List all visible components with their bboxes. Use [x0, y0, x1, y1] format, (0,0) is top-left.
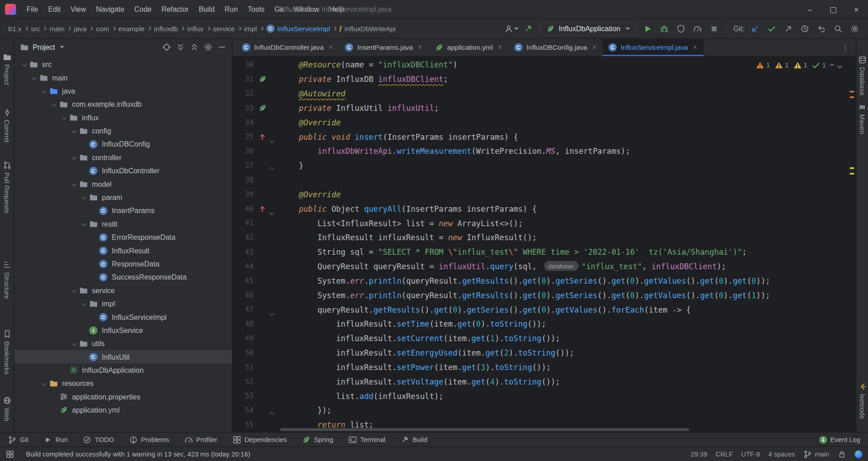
error-stripe-mark[interactable]	[850, 167, 854, 169]
fold-marker-icon[interactable]	[270, 409, 274, 418]
menu-file[interactable]: File	[22, 3, 43, 15]
ide-indicator-icon[interactable]	[855, 450, 863, 458]
tab-influxdbcontroller-java[interactable]: CInfluxDbController.java×	[236, 39, 339, 56]
line-number[interactable]: 31	[232, 72, 254, 86]
tab-list-more-icon[interactable]: ⋮	[835, 39, 856, 56]
run-with-coverage-button[interactable]	[673, 21, 689, 36]
gutter[interactable]: 52	[232, 375, 280, 389]
tree-item-src[interactable]: src	[14, 57, 232, 71]
code-line[interactable]: 33 private InfluxUtil influxUtil;	[232, 101, 848, 115]
menu-view[interactable]: View	[66, 3, 91, 15]
editor[interactable]: 30 @Resource(name = "influxDBClient")31 …	[232, 57, 856, 432]
gutter[interactable]: 32	[232, 86, 280, 101]
gutter[interactable]: 41	[232, 216, 280, 231]
tree-item-insertparams[interactable]: CInsertParams	[14, 204, 232, 217]
tab-insertparams-java[interactable]: CInsertParams.java×	[339, 39, 429, 56]
tree-chevron-icon[interactable]	[40, 382, 49, 385]
menu-build[interactable]: Build	[193, 3, 219, 15]
code-line[interactable]: 39 @Override	[232, 187, 848, 202]
toolwindow-button-pull-requests[interactable]: Pull Requests	[0, 161, 14, 213]
toolwindow-button-terminal[interactable]: Terminal	[348, 435, 385, 444]
line-number[interactable]: 33	[232, 101, 254, 115]
overrides-icon[interactable]	[258, 133, 267, 143]
horizontal-scrollbar[interactable]	[280, 427, 848, 432]
code-with-me-button[interactable]	[504, 21, 519, 36]
toolwindow-button-run[interactable]: Run	[43, 435, 68, 444]
gutter[interactable]: 53	[232, 389, 280, 404]
line-number[interactable]: 49	[232, 331, 254, 346]
breadcrumb-item-example[interactable]: example	[116, 24, 147, 33]
gutter[interactable]: 46	[232, 288, 280, 303]
profiler-button[interactable]	[689, 21, 705, 36]
menu-refactor[interactable]: Refactor	[156, 3, 193, 15]
toolwindow-button-database[interactable]: Database	[856, 55, 868, 95]
update-project-button[interactable]	[747, 21, 763, 36]
code-line[interactable]: 32 @Autowired	[232, 86, 848, 101]
inspection-warning-yellow[interactable]: 1	[793, 61, 807, 70]
line-number[interactable]: 51	[232, 360, 254, 375]
search-everywhere-button[interactable]	[830, 21, 846, 36]
tree-item-model[interactable]: model	[14, 177, 232, 190]
inlay-hint[interactable]: database:	[544, 261, 579, 271]
gutter[interactable]: 55	[232, 418, 280, 432]
breadcrumb-item-b1-x[interactable]: b1.x	[5, 24, 24, 33]
line-number[interactable]: 39	[232, 187, 254, 202]
toolwindow-button-build[interactable]: Build	[401, 435, 428, 444]
tab-close-icon[interactable]: ×	[592, 43, 596, 52]
code-line[interactable]: 41 List<InfluxResult> list = new ArrayLi…	[232, 216, 848, 231]
tree-item-com-example-influxdb[interactable]: com.example.influxdb	[14, 98, 232, 111]
toolwindow-button-commit[interactable]: Commit	[0, 108, 14, 143]
breadcrumb-item-service[interactable]: service	[210, 24, 238, 33]
tree-item-application-yml[interactable]: application.yml	[14, 403, 232, 416]
error-stripe-mark[interactable]	[850, 173, 854, 175]
toolwindow-button-leetcode[interactable]: leetcode	[856, 382, 868, 419]
settings-button[interactable]	[847, 21, 862, 36]
code-line[interactable]: 34 @Override	[232, 115, 848, 130]
gutter[interactable]: 45	[232, 274, 280, 288]
debug-button[interactable]	[656, 21, 672, 36]
tab-close-icon[interactable]: ×	[693, 43, 697, 52]
tree-chevron-icon[interactable]	[70, 156, 79, 159]
gutter[interactable]: 44	[232, 259, 280, 274]
spring-bean-icon[interactable]	[258, 104, 267, 114]
tree-chevron-icon[interactable]	[40, 89, 49, 92]
tree-chevron-icon[interactable]	[30, 76, 39, 79]
tree-chevron-icon[interactable]	[70, 129, 79, 132]
fold-marker-icon[interactable]	[270, 164, 274, 173]
line-number[interactable]: 55	[232, 418, 254, 432]
tab-influxdbconfig-java[interactable]: CInfluxDBConfig.java×	[508, 39, 603, 56]
status-widget-29-39[interactable]: 29:39	[691, 450, 708, 458]
tree-item-errorresponsedata[interactable]: CErrorResponseData	[14, 230, 232, 243]
build-project-button[interactable]	[521, 21, 536, 36]
gutter[interactable]: 49	[232, 331, 280, 346]
gutter[interactable]: 34	[232, 115, 280, 130]
breadcrumb-item-influxserviceimpl[interactable]: CInfluxServiceImpl	[264, 23, 333, 33]
line-number[interactable]: 44	[232, 259, 254, 274]
code-line[interactable]: 47 queryResult.getResults().get(0).getSe…	[232, 303, 848, 317]
toolwindow-button-profiler[interactable]: Profiler	[184, 435, 217, 444]
tree-item-influxutil[interactable]: CInfluxUtil	[14, 350, 232, 363]
git-branch-widget[interactable]: main	[803, 450, 830, 459]
toolwindow-button-git[interactable]: Git	[8, 435, 28, 444]
tree-item-application-properties[interactable]: application.properties	[14, 390, 232, 403]
tree-item-influxresult[interactable]: CInfluxResult	[14, 244, 232, 257]
gutter[interactable]: 50	[232, 346, 280, 360]
gutter[interactable]: 42	[232, 230, 280, 245]
prev-problem-icon[interactable]	[830, 62, 834, 69]
commit-button[interactable]	[764, 21, 779, 36]
tree-chevron-icon[interactable]	[20, 62, 29, 66]
breadcrumb-item-com[interactable]: com	[93, 24, 112, 33]
chevron-down-icon[interactable]	[60, 46, 65, 48]
line-number[interactable]: 37	[232, 158, 254, 173]
line-number[interactable]: 48	[232, 317, 254, 331]
tree-item-impl[interactable]: impl	[14, 297, 232, 310]
tree-chevron-icon[interactable]	[60, 116, 69, 119]
tree-chevron-icon[interactable]	[80, 302, 89, 305]
tree-chevron-icon[interactable]	[70, 342, 79, 345]
line-number[interactable]: 38	[232, 173, 254, 187]
gutter[interactable]: 31	[232, 72, 280, 86]
tree-item-controller[interactable]: controller	[14, 151, 232, 164]
toolwindow-button-structure[interactable]: Structure	[0, 261, 14, 299]
menu-run[interactable]: Run	[220, 3, 243, 15]
overrides-icon[interactable]	[258, 204, 267, 215]
